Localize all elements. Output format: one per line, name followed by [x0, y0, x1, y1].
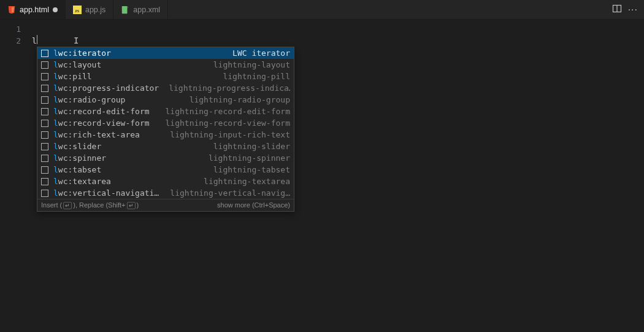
suggestion-label: lwc:rich-text-area — [53, 129, 140, 141]
tab-app-xml[interactable]: app.xml — [113, 0, 168, 19]
suggestion-detail: lightning-progress-indica… — [169, 82, 290, 94]
suggestion-item[interactable]: lwc:layoutlightning-layout — [37, 59, 294, 71]
tab-label: app.html — [20, 6, 49, 14]
suggestion-statusbar: Insert ( ↵ ), Replace (Shift+ ↵ ) show m… — [37, 199, 294, 211]
suggestion-detail: lightning-input-rich-text — [170, 129, 290, 141]
snippet-icon — [41, 155, 48, 162]
xml-file-icon — [121, 6, 129, 14]
snippet-icon — [41, 120, 48, 127]
suggestion-detail: lightning-record-view-form — [166, 117, 291, 129]
suggestion-item[interactable]: lwc:record-view-formlightning-record-vie… — [37, 117, 294, 129]
snippet-icon — [41, 108, 48, 115]
snippet-icon — [41, 50, 48, 57]
suggestion-label: lwc:spinner — [53, 152, 106, 164]
svg-text:JS: JS — [75, 8, 80, 13]
suggestion-detail: lightning-vertical-navig… — [170, 187, 290, 199]
snippet-icon — [41, 96, 48, 104]
tab-label: app.js — [85, 6, 105, 14]
suggestion-item[interactable]: lwc:sliderlightning-slider — [37, 141, 294, 152]
enter-key-icon: ↵ — [127, 202, 136, 209]
suggestion-detail: lightning-tabset — [213, 164, 290, 176]
code-line: l — [32, 35, 644, 47]
suggestion-item[interactable]: lwc:tabsetlightning-tabset — [37, 164, 294, 176]
suggestion-hint-insert: Insert ( ↵ ), Replace (Shift+ ↵ ) — [41, 199, 139, 211]
snippet-icon — [41, 143, 48, 150]
suggestion-item[interactable]: lwc:spinnerlightning-spinner — [37, 152, 294, 164]
more-actions-icon[interactable]: ··· — [628, 4, 638, 15]
tab-app-html[interactable]: app.html — [0, 0, 66, 19]
split-editor-icon[interactable] — [612, 4, 622, 15]
enter-key-icon: ↵ — [63, 202, 72, 209]
snippet-icon — [41, 73, 48, 80]
suggestion-label: lwc:iterator — [53, 47, 111, 59]
suggestion-item[interactable]: lwc:radio-grouplightning-radio-group — [37, 94, 294, 106]
suggestion-detail: lightning-slider — [213, 141, 290, 152]
suggestion-label: lwc:progress-indicator — [53, 82, 159, 94]
tab-label: app.xml — [133, 6, 160, 14]
tabbar-actions: ··· — [606, 0, 644, 19]
suggestion-label: lwc:record-view-form — [53, 117, 150, 129]
tab-app-js[interactable]: JSapp.js — [66, 0, 113, 19]
editor-area[interactable]: 1 2 l I lwc:iteratorLWC iteratorlwc:layo… — [0, 20, 644, 332]
suggestion-label: lwc:radio-group — [53, 94, 125, 106]
suggestion-label: lwc:vertical-navigati… — [53, 187, 159, 199]
suggestion-label: lwc:textarea — [53, 176, 111, 187]
suggestion-item[interactable]: lwc:record-edit-formlightning-record-edi… — [37, 106, 294, 117]
suggestion-item[interactable]: lwc:textarealightning-textarea — [37, 176, 294, 187]
suggestion-item[interactable]: lwc:vertical-navigati…lightning-vertical… — [37, 187, 294, 199]
tab-bar: app.htmlJSapp.jsapp.xml ··· — [0, 0, 644, 20]
suggestion-item[interactable]: lwc:pilllightning-pill — [37, 71, 294, 82]
snippet-icon — [41, 85, 48, 92]
tabbar-spacer — [168, 0, 606, 19]
suggestion-detail: LWC iterator — [232, 47, 290, 59]
suggestion-label: lwc:slider — [53, 141, 101, 152]
line-number: 1 — [0, 23, 32, 35]
suggestion-popup: lwc:iteratorLWC iteratorlwc:layoutlightn… — [37, 47, 294, 212]
js-file-icon: JS — [73, 6, 82, 14]
suggestion-detail: lightning-layout — [213, 59, 290, 71]
suggestion-detail: lightning-record-edit-form — [166, 106, 291, 117]
suggestion-detail: lightning-radio-group — [190, 94, 290, 106]
suggestion-item[interactable]: lwc:rich-text-arealightning-input-rich-t… — [37, 129, 294, 141]
suggestion-item[interactable]: lwc:iteratorLWC iterator — [37, 47, 294, 59]
suggestion-hint-showmore[interactable]: show more (Ctrl+Space) — [217, 199, 290, 211]
suggestion-detail: lightning-spinner — [209, 152, 290, 164]
snippet-icon — [41, 61, 48, 69]
suggestion-label: lwc:pill — [53, 71, 92, 82]
suggestion-label: lwc:tabset — [53, 164, 101, 176]
suggestion-label: lwc:layout — [53, 59, 101, 71]
snippet-icon — [41, 178, 48, 185]
code-line — [32, 23, 644, 35]
snippet-icon — [41, 190, 48, 197]
unsaved-indicator-icon — [53, 7, 58, 12]
code-content[interactable]: l I lwc:iteratorLWC iteratorlwc:layoutli… — [32, 20, 644, 332]
snippet-icon — [41, 131, 48, 139]
html5-file-icon — [7, 6, 16, 14]
text-cursor — [37, 35, 37, 44]
suggestion-detail: lightning-textarea — [204, 176, 290, 187]
suggestion-item[interactable]: lwc:progress-indicatorlightning-progress… — [37, 82, 294, 94]
line-number: 2 — [0, 35, 32, 47]
suggestion-detail: lightning-pill — [223, 71, 290, 82]
line-number-gutter: 1 2 — [0, 20, 32, 332]
svg-rect-2 — [122, 6, 128, 13]
suggestion-label: lwc:record-edit-form — [53, 106, 150, 117]
snippet-icon — [41, 166, 48, 174]
